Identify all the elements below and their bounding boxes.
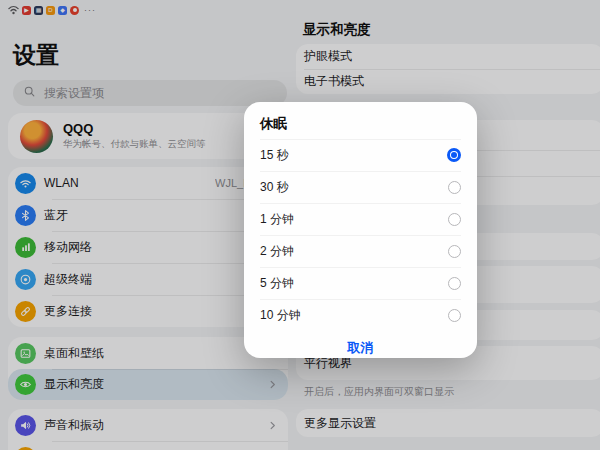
sleep-dialog: 休眠 15 秒 30 秒 1 分钟 2 分钟 5 分钟 10 分钟 取消 <box>244 102 477 358</box>
radio-selected-icon[interactable] <box>447 148 461 162</box>
option-label: 30 秒 <box>260 179 289 196</box>
sleep-option-15s[interactable]: 15 秒 <box>260 139 461 171</box>
dialog-title: 休眠 <box>260 102 461 139</box>
option-label: 10 分钟 <box>260 307 301 324</box>
cancel-button[interactable]: 取消 <box>260 331 461 364</box>
radio-unselected-icon[interactable] <box>448 245 461 258</box>
radio-unselected-icon[interactable] <box>448 309 461 322</box>
option-label: 15 秒 <box>260 147 289 164</box>
sleep-option-1min[interactable]: 1 分钟 <box>260 203 461 235</box>
radio-unselected-icon[interactable] <box>448 213 461 226</box>
radio-unselected-icon[interactable] <box>448 181 461 194</box>
radio-unselected-icon[interactable] <box>448 277 461 290</box>
option-label: 1 分钟 <box>260 211 294 228</box>
sleep-option-2min[interactable]: 2 分钟 <box>260 235 461 267</box>
sleep-option-5min[interactable]: 5 分钟 <box>260 267 461 299</box>
option-label: 5 分钟 <box>260 275 294 292</box>
option-label: 2 分钟 <box>260 243 294 260</box>
sleep-option-30s[interactable]: 30 秒 <box>260 171 461 203</box>
settings-screen: ▶ ▦ D ◆ ··· 设置 QQQ 华为帐号、付款与账单、云空间等 WLAN … <box>0 0 600 450</box>
sleep-option-10min[interactable]: 10 分钟 <box>260 299 461 331</box>
